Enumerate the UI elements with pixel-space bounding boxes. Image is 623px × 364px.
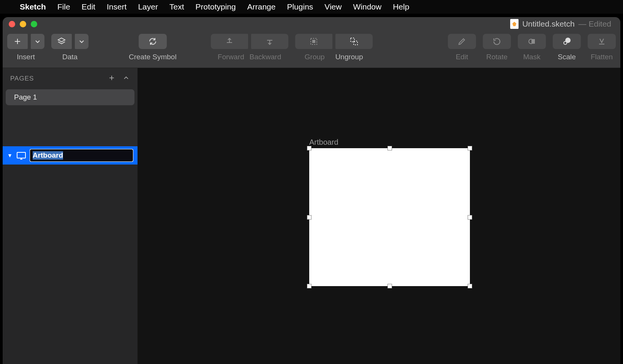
ungroup-button[interactable] (335, 34, 373, 49)
chevron-down-icon (33, 37, 42, 46)
menu-view[interactable]: View (324, 2, 342, 11)
mask-label: Mask (523, 53, 540, 61)
group-icon (309, 37, 318, 46)
scale-icon (562, 37, 571, 46)
scale-label: Scale (558, 53, 576, 61)
window-controls (9, 21, 37, 27)
insert-label: Insert (17, 53, 35, 61)
refresh-icon (148, 37, 157, 46)
backward-label: Backward (250, 53, 281, 61)
add-page-button[interactable] (108, 74, 115, 84)
pages-list: Page 1 (3, 89, 138, 105)
document-title[interactable]: Untitled.sketch — Edited (510, 19, 611, 29)
layers-icon (57, 37, 66, 46)
menu-text[interactable]: Text (169, 2, 184, 11)
layer-name-input[interactable] (30, 149, 133, 161)
menu-edit[interactable]: Edit (82, 2, 95, 11)
rotate-icon (492, 37, 501, 46)
group-label: Group (305, 53, 325, 61)
forward-label: Forward (218, 53, 244, 61)
collapse-pages-button[interactable] (122, 74, 130, 84)
bring-forward-icon (225, 37, 234, 46)
flatten-label: Flatten (591, 53, 613, 61)
document-window: Untitled.sketch — Edited Insert (3, 17, 620, 364)
window-titlebar[interactable]: Untitled.sketch — Edited (3, 17, 620, 31)
document-icon (510, 19, 519, 29)
chevron-up-icon (122, 74, 130, 82)
selection-handle-w[interactable] (307, 215, 312, 220)
sidebar: PAGES Page 1 ▼ (3, 68, 138, 364)
mask-button[interactable] (518, 34, 546, 49)
layer-row-artboard[interactable]: ▼ (3, 146, 138, 165)
minimize-window-button[interactable] (20, 21, 26, 27)
menu-prototyping[interactable]: Prototyping (195, 2, 236, 11)
selection-handle-ne[interactable] (468, 146, 472, 150)
artboard-icon (16, 151, 26, 160)
close-window-button[interactable] (9, 21, 15, 27)
svg-point-7 (565, 38, 571, 43)
pages-header: PAGES (3, 68, 138, 89)
disclosure-triangle-icon[interactable]: ▼ (7, 152, 13, 158)
rotate-label: Rotate (486, 53, 508, 61)
selection-handle-s[interactable] (387, 284, 392, 288)
menu-plugins[interactable]: Plugins (287, 2, 313, 11)
menu-window[interactable]: Window (353, 2, 381, 11)
selection-handle-e[interactable] (468, 215, 472, 220)
create-symbol-label: Create Symbol (129, 53, 177, 61)
forward-button[interactable] (211, 34, 248, 49)
selection-handle-se[interactable] (468, 284, 472, 288)
menu-arrange[interactable]: Arrange (247, 2, 276, 11)
edit-button[interactable] (448, 34, 476, 49)
layers-panel[interactable] (3, 165, 138, 364)
selection-handle-nw[interactable] (307, 146, 312, 150)
pages-title: PAGES (10, 75, 34, 82)
create-symbol-button[interactable] (139, 34, 167, 49)
svg-rect-5 (531, 39, 535, 44)
data-button[interactable] (51, 34, 72, 49)
pencil-icon (457, 37, 466, 46)
rotate-button[interactable] (483, 34, 511, 49)
menu-layer[interactable]: Layer (138, 2, 158, 11)
data-dropdown[interactable] (75, 34, 89, 49)
page-name: Page 1 (14, 93, 37, 101)
svg-rect-8 (17, 152, 25, 158)
insert-button[interactable] (7, 34, 28, 49)
page-item[interactable]: Page 1 (6, 89, 134, 105)
backward-button[interactable] (251, 34, 288, 49)
group-button[interactable] (295, 34, 332, 49)
selection-handle-sw[interactable] (307, 284, 312, 288)
ungroup-label: Ungroup (335, 53, 363, 61)
artboard-title[interactable]: Artboard (309, 138, 338, 147)
menu-help[interactable]: Help (393, 2, 409, 11)
ungroup-icon (349, 37, 359, 46)
send-backward-icon (265, 37, 274, 46)
edit-label: Edit (456, 53, 468, 61)
flatten-icon (597, 37, 606, 46)
scale-button[interactable] (553, 34, 581, 49)
window-body: PAGES Page 1 ▼ (3, 68, 620, 364)
menu-file[interactable]: File (57, 2, 70, 11)
plus-icon (13, 37, 22, 46)
flatten-button[interactable] (588, 34, 616, 49)
document-name: Untitled.sketch (522, 19, 575, 28)
artboard[interactable] (309, 148, 470, 286)
app-menu[interactable]: Sketch (20, 2, 46, 11)
insert-dropdown[interactable] (31, 34, 44, 49)
chevron-down-icon (77, 37, 86, 46)
toolbar: Insert Data Create Symbol (3, 31, 620, 68)
data-label: Data (62, 53, 77, 61)
svg-rect-1 (312, 40, 315, 43)
zoom-window-button[interactable] (31, 21, 37, 27)
document-status: — Edited (579, 19, 611, 28)
menu-insert[interactable]: Insert (107, 2, 127, 11)
macos-menubar: Sketch File Edit Insert Layer Text Proto… (0, 0, 623, 14)
selection-handle-n[interactable] (387, 146, 392, 150)
mask-icon (527, 37, 536, 46)
plus-icon (108, 74, 115, 82)
canvas[interactable]: Artboard (138, 68, 620, 364)
